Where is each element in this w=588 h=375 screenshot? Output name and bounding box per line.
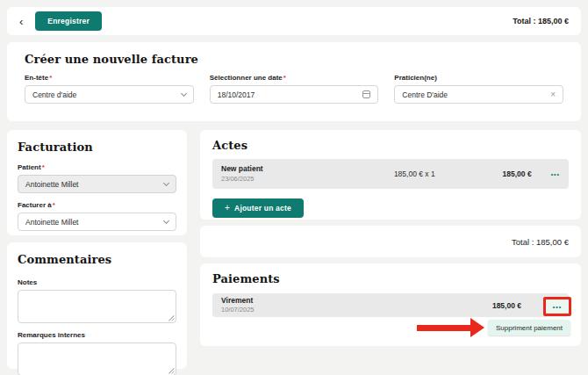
- required-star: *: [49, 74, 52, 82]
- notes-textarea-wrap: [18, 290, 176, 323]
- practitioner-input[interactable]: Centre D'aide ×: [394, 85, 563, 104]
- chevron-down-icon: [163, 218, 169, 224]
- bill-to-select-value: Antoinette Millet: [25, 218, 78, 227]
- chevron-down-icon: [181, 90, 187, 97]
- payment-date: 10/07/2025: [221, 306, 326, 314]
- act-unit-price: 185,00 € x 1: [326, 169, 503, 178]
- create-invoice-card: Créer une nouvelle facture En-tête* Cent…: [7, 42, 581, 121]
- annotation-red-box: •••: [543, 297, 571, 316]
- act-info: New patient 23/06/2025: [221, 164, 326, 184]
- save-button[interactable]: Enregistrer: [35, 11, 102, 31]
- add-act-button[interactable]: + Ajouter un acte: [212, 198, 304, 218]
- page-title: Créer une nouvelle facture: [25, 53, 570, 66]
- required-star: *: [53, 201, 55, 209]
- internal-remarks-textarea-wrap: [18, 343, 176, 375]
- header-label: En-tête*: [25, 74, 194, 82]
- annotation-arrow-head: [470, 318, 484, 337]
- practitioner-label: Praticien(ne): [394, 74, 563, 82]
- comments-card: Commentaires Notes Remarques internes: [7, 242, 187, 369]
- required-star: *: [283, 74, 286, 82]
- invoice-total-topbar: Total : 185,00 €: [513, 17, 569, 25]
- date-input[interactable]: 18/10/2017: [210, 85, 379, 104]
- clear-icon[interactable]: ×: [550, 90, 556, 99]
- back-chevron-icon[interactable]: ‹: [19, 16, 23, 27]
- practitioner-field: Praticien(ne) Centre D'aide ×: [394, 74, 563, 104]
- billing-title: Facturation: [18, 141, 176, 154]
- payments-title: Paiements: [212, 272, 569, 285]
- internal-remarks-label: Remarques internes: [18, 331, 176, 339]
- patient-label: Patient*: [18, 163, 176, 171]
- invoice-editor-page: ‹ Enregistrer Total : 185,00 € Créer une…: [0, 0, 588, 375]
- header-select-value: Centre d'aide: [32, 90, 76, 99]
- bill-to-select[interactable]: Antoinette Millet: [18, 213, 176, 231]
- act-row: New patient 23/06/2025 185,00 € x 1 185,…: [212, 159, 569, 189]
- add-act-label: Ajouter un acte: [234, 204, 291, 213]
- billing-card: Facturation Patient* Antoinette Millet F…: [7, 130, 187, 235]
- patient-select-value: Antoinette Millet: [25, 180, 78, 189]
- plus-icon: +: [225, 204, 230, 213]
- annotation-arrow-shaft: [417, 325, 471, 331]
- header-select[interactable]: Centre d'aide: [25, 85, 194, 104]
- delete-payment-menu-item[interactable]: Suppriment paiement: [488, 320, 570, 335]
- acts-title: Actes: [212, 139, 569, 152]
- acts-total-strip: Total : 185,00 €: [200, 226, 581, 257]
- act-more-menu-icon[interactable]: •••: [551, 171, 560, 177]
- date-label: Sélectionner une date*: [210, 74, 379, 82]
- payment-more-menu-icon[interactable]: •••: [553, 304, 562, 310]
- invoice-fields-row: En-tête* Centre d'aide Sélectionner une …: [18, 74, 570, 104]
- comments-title: Commentaires: [18, 253, 176, 266]
- payment-row: Virement 10/07/2025 185,00 €: [212, 293, 569, 317]
- act-name: New patient: [221, 164, 326, 174]
- payment-method: Virement: [221, 296, 326, 306]
- patient-select[interactable]: Antoinette Millet: [18, 175, 176, 193]
- calendar-icon: [362, 90, 370, 98]
- acts-card: Actes New patient 23/06/2025 185,00 € x …: [200, 130, 581, 220]
- practitioner-input-value: Centre D'aide: [402, 90, 448, 99]
- header-field: En-tête* Centre d'aide: [25, 74, 194, 104]
- payment-info: Virement 10/07/2025: [221, 296, 326, 315]
- act-date: 23/06/2025: [221, 175, 326, 184]
- top-toolbar: ‹ Enregistrer Total : 185,00 €: [7, 7, 581, 35]
- acts-total: Total : 185,00 €: [512, 237, 569, 247]
- chevron-down-icon: [163, 180, 169, 186]
- notes-textarea[interactable]: [18, 290, 176, 323]
- payment-amount: 185,00 €: [492, 301, 521, 310]
- payments-card: Paiements Virement 10/07/2025 185,00 € S…: [200, 263, 581, 346]
- bill-to-label: Facturer à*: [18, 201, 176, 209]
- date-field: Sélectionner une date* 18/10/2017: [210, 74, 379, 104]
- notes-label: Notes: [18, 278, 176, 286]
- internal-remarks-textarea[interactable]: [18, 343, 176, 375]
- act-amount: 185,00 €: [503, 169, 532, 178]
- date-input-value: 18/10/2017: [218, 90, 255, 99]
- required-star: *: [42, 163, 45, 171]
